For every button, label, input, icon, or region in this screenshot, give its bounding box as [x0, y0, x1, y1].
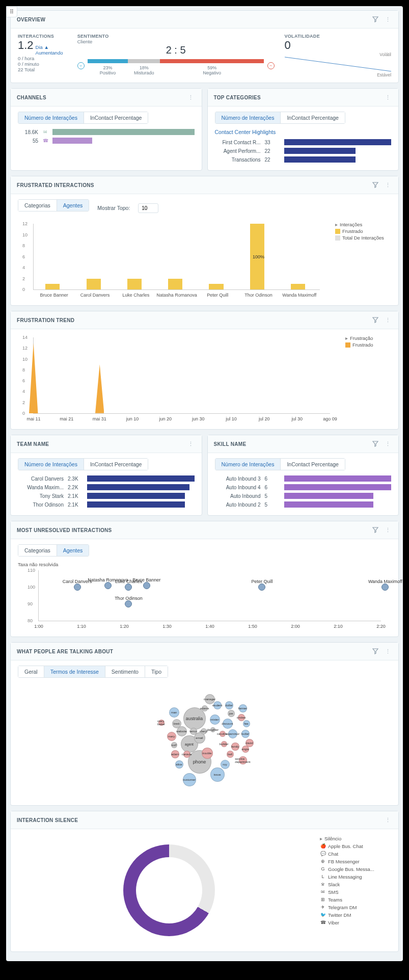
more-icon[interactable]: ⋮ — [383, 180, 392, 190]
bubble-term[interactable]: mister — [210, 714, 220, 725]
bubble-term[interactable]: cricket — [238, 714, 245, 721]
scatter-point[interactable] — [143, 582, 150, 589]
bubble-term[interactable]: family — [231, 743, 239, 751]
silence-legend-item: 🐦Twitter DM — [320, 912, 391, 918]
category-row: Transactions22 — [215, 156, 392, 163]
interactions-sub3: 22 Total — [18, 67, 67, 72]
bubble-term[interactable]: farmer — [239, 704, 247, 712]
filter-icon[interactable] — [371, 525, 380, 535]
bubble-term[interactable]: terror — [190, 728, 197, 735]
tab-categorias[interactable]: Categorias — [18, 200, 57, 211]
scatter-label: Bruce Banner — [132, 577, 160, 582]
tab-termos[interactable]: Termos de Interesse — [44, 666, 105, 677]
more-icon[interactable]: ⋮ — [186, 93, 196, 102]
tab-categorias[interactable]: Categorias — [18, 545, 57, 556]
scatter-point[interactable] — [258, 584, 265, 591]
mixed-label: Misturado — [134, 70, 154, 75]
filter-icon[interactable] — [371, 439, 380, 448]
top-categories-panel: TOP CATEGORIES ⋮ Número de Interações In… — [207, 88, 399, 171]
tab-num-interacoes[interactable]: Número de Interações — [18, 459, 84, 470]
bubble-term[interactable]: roy — [221, 760, 230, 769]
bubble-term[interactable]: builder — [221, 741, 227, 747]
bubble-term[interactable]: student — [213, 701, 222, 709]
filter-icon[interactable] — [371, 180, 380, 190]
tab-incontact-pct[interactable]: InContact Percentage — [280, 459, 345, 470]
scatter-point[interactable] — [74, 584, 81, 591]
scatter-point[interactable] — [381, 584, 389, 591]
bubble-term[interactable]: mary baker — [158, 720, 165, 726]
bubble-term[interactable]: joe — [228, 710, 235, 717]
silence-legend-item: ✈Telegram DM — [320, 904, 391, 910]
tab-num-interacoes[interactable]: Número de Interações — [215, 459, 281, 470]
bubble-term[interactable]: issue — [210, 767, 225, 782]
silence-legend-item: LLine Messaging — [320, 873, 391, 880]
bubble-term[interactable]: supervisor — [228, 729, 237, 738]
bubble-term[interactable]: discount — [223, 719, 233, 729]
bubble-term[interactable]: man — [169, 707, 179, 718]
annotation: 100% — [253, 254, 264, 259]
bubble-term[interactable]: adam — [171, 750, 179, 758]
bubble-term[interactable]: customer — [183, 773, 196, 786]
filter-icon[interactable] — [371, 315, 380, 325]
tab-sentimento[interactable]: Sentimento — [105, 666, 145, 677]
more-icon[interactable]: ⋮ — [383, 315, 392, 325]
contact-center-link[interactable]: Contact Center Highlights — [215, 129, 392, 135]
legend-total: Total De Interações — [335, 235, 391, 241]
tab-agentes[interactable]: Agentes — [57, 200, 89, 211]
sad-icon: ⌢ — [267, 62, 275, 69]
bubble-term[interactable]: bell — [227, 751, 234, 758]
bubble-term[interactable]: australia — [183, 707, 206, 730]
negative-pct: 59% — [207, 65, 216, 70]
bubble-term[interactable]: alice — [175, 760, 183, 769]
legend-frustracao[interactable]: ▸Frustração — [345, 335, 391, 341]
tab-num-interacoes[interactable]: Número de Interações — [18, 112, 84, 123]
scatter-point[interactable] — [104, 582, 112, 589]
bubble-term[interactable]: sheryl — [201, 728, 207, 734]
tab-agentes[interactable]: Agentes — [57, 545, 89, 556]
overview-panel: OVERVIEW ⋮ INTERACTIONS 1.2 Dia ▲ Aument… — [10, 10, 399, 83]
legend-interacoes[interactable]: ▸Interações — [335, 222, 391, 227]
channel-icon: 💬 — [320, 851, 326, 857]
more-icon[interactable]: ⋮ — [186, 439, 196, 448]
bubble-term[interactable]: mary — [167, 732, 176, 741]
bubble-term[interactable]: trouble — [202, 748, 213, 759]
channel-icon: 🐦 — [320, 912, 326, 918]
bubble-term[interactable]: brett — [172, 719, 181, 728]
scatter-point[interactable] — [125, 600, 132, 607]
bubble-term[interactable]: manager — [205, 694, 215, 704]
bubble-term[interactable]: dollar — [225, 701, 233, 709]
bubble-term[interactable]: surf — [171, 742, 177, 748]
bubble-term[interactable]: adams — [202, 705, 208, 711]
drag-handle-icon[interactable]: ⠿ — [6, 6, 17, 17]
more-icon[interactable]: ⋮ — [383, 815, 392, 825]
filter-icon[interactable] — [371, 647, 380, 656]
tab-tipo[interactable]: Tipo — [145, 666, 168, 677]
unresolved-title: MOST UNRESOLVED INTERACTIONS — [17, 527, 368, 533]
more-icon[interactable]: ⋮ — [383, 647, 392, 656]
sentiment-bar — [88, 59, 264, 63]
tab-incontact-pct[interactable]: InContact Percentage — [84, 112, 148, 123]
more-icon[interactable]: ⋮ — [383, 93, 392, 102]
bubble-term[interactable]: caroline — [220, 731, 226, 737]
legend-silencio[interactable]: ▸Silêncio — [320, 836, 391, 841]
silence-legend-item: GGoogle Bus. Messa... — [320, 866, 391, 872]
scatter-point[interactable] — [125, 584, 132, 591]
skill-row: Auto Inbound 25 — [215, 501, 392, 508]
tab-incontact-pct[interactable]: InContact Percentage — [84, 459, 148, 470]
bubble-term[interactable]: fee — [243, 720, 250, 727]
bubble-term[interactable]: angie — [242, 746, 249, 753]
more-icon[interactable]: ⋮ — [383, 439, 392, 448]
tab-geral[interactable]: Geral — [18, 666, 44, 677]
more-icon[interactable]: ⋮ — [383, 15, 392, 24]
frustrated-title: FRUSTRATED INTERACTIONS — [17, 182, 368, 188]
show-top-input[interactable] — [138, 203, 158, 213]
tab-num-interacoes[interactable]: Número de Interações — [215, 112, 281, 123]
more-icon[interactable]: ⋮ — [383, 525, 392, 535]
bubble-term[interactable]: canada — [183, 751, 190, 758]
bubble-term[interactable]: butler — [241, 730, 250, 738]
filter-icon[interactable] — [371, 15, 380, 24]
skill-name-title: SKILL NAME — [214, 441, 368, 447]
tab-incontact-pct[interactable]: InContact Percentage — [280, 112, 345, 123]
bubble-term[interactable]: daughter — [210, 727, 215, 732]
bubble-term[interactable]: service department — [239, 756, 247, 764]
